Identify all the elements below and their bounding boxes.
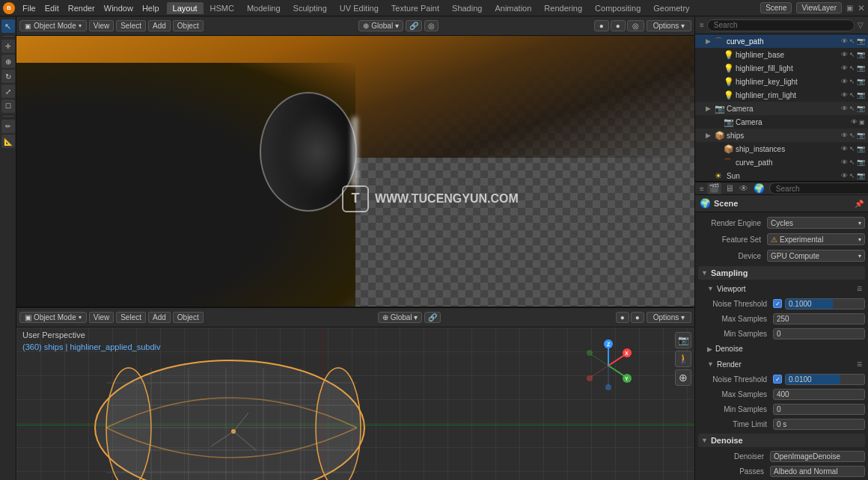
denoise-section-header[interactable]: ▼ Denoise — [698, 434, 865, 447]
tab-geometry[interactable]: Geometry — [647, 2, 695, 14]
bottom-view-menu[interactable]: View — [89, 312, 114, 323]
tree-item-fill-light[interactable]: 💡 highliner_fill_light 👁 ↖ 📷 — [695, 61, 868, 75]
vis-8[interactable]: 👁 — [841, 132, 848, 139]
tree-item-sun[interactable]: ☀ Sun 👁 ↖ 📷 — [695, 169, 868, 181]
proportional-edit[interactable]: ◎ — [424, 20, 438, 31]
move-tool[interactable]: ⊕ — [1, 55, 15, 68]
render-props-icon[interactable]: 🎬 — [707, 182, 721, 194]
tab-layout[interactable]: Layout — [167, 2, 204, 14]
sel-icon-2[interactable]: ↖ — [849, 51, 855, 58]
visibility-icon[interactable]: 👁 — [841, 37, 848, 45]
bottom-object-menu[interactable]: Object — [173, 312, 204, 323]
rnd-11[interactable]: 📷 — [857, 172, 865, 179]
vis-10[interactable]: 👁 — [841, 159, 848, 166]
max-samples-vp-value[interactable]: 250 — [773, 313, 865, 324]
close-icon[interactable]: ✕ — [858, 3, 865, 13]
bottom-shading-1[interactable]: ● — [616, 312, 629, 323]
vis-3[interactable]: 👁 — [841, 64, 848, 72]
tree-item-key-light[interactable]: 💡 highliner_key_light 👁 ↖ 📷 — [695, 75, 868, 88]
rnd-3[interactable]: 📷 — [857, 64, 865, 72]
sel-11[interactable]: ↖ — [849, 172, 855, 179]
device-dropdown[interactable]: GPU Compute ▾ — [767, 250, 865, 262]
annotate-tool[interactable]: ✏ — [1, 120, 15, 133]
zoom-in-btn[interactable]: ⊕ — [675, 369, 691, 386]
shading-solid[interactable]: ● — [611, 20, 626, 31]
pin-scene-icon[interactable]: 📌 — [855, 200, 864, 208]
tab-modeling[interactable]: Modeling — [241, 2, 287, 14]
tab-animation[interactable]: Animation — [489, 2, 537, 14]
rnd-9[interactable]: 📷 — [857, 145, 865, 153]
select-icon[interactable]: ↖ — [849, 37, 855, 45]
viewport-shading[interactable]: ● — [594, 20, 609, 31]
tab-rendering[interactable]: Rendering — [538, 2, 588, 14]
menu-file[interactable]: File — [18, 2, 40, 14]
tree-item-curve-in-ships[interactable]: ⌒ curve_path 👁 ↖ 📷 — [695, 156, 868, 169]
outliner-search[interactable] — [707, 19, 855, 31]
menu-window[interactable]: Window — [100, 2, 138, 14]
tree-item-camera-obj[interactable]: 📷 Camera 👁 ▣ — [695, 115, 868, 129]
view-layer-selector[interactable]: ViewLayer — [796, 2, 842, 13]
rotate-tool[interactable]: ↻ — [1, 70, 15, 83]
min-samples-vp-value[interactable]: 0 — [773, 328, 865, 339]
sel-4[interactable]: ↖ — [849, 78, 855, 85]
render-sub-list-btn[interactable]: ≡ — [857, 359, 862, 369]
rnd-8[interactable]: 📷 — [857, 132, 865, 139]
menu-render[interactable]: Render — [64, 2, 100, 14]
noise-thresh-checkbox[interactable]: ✓ — [773, 299, 782, 308]
vis-6[interactable]: 👁 — [841, 105, 848, 112]
viewport-sub-header[interactable]: ▼ Viewport ≡ — [704, 282, 865, 295]
vis-4[interactable]: 👁 — [841, 78, 848, 85]
sel-8[interactable]: ↖ — [849, 132, 855, 139]
viewport-gizmo[interactable]: Z X Y — [582, 339, 635, 392]
bottom-transform[interactable]: ⊕ Global ▾ — [378, 312, 422, 323]
viewport-mode-selector[interactable]: ▣ Object Mode ▾ — [19, 20, 87, 31]
tree-item-highliner-base[interactable]: 💡 highliner_base 👁 ↖ 📷 — [695, 48, 868, 61]
render-sub-header[interactable]: ▼ Render ≡ — [704, 357, 865, 371]
scene-props-icon[interactable]: 🌍 — [752, 182, 766, 194]
scene-selector[interactable]: Scene — [760, 2, 792, 13]
transform-tool[interactable]: ☐ — [1, 99, 15, 113]
tree-item-camera-collection[interactable]: ▶ 📷 Camera 👁 ↖ 📷 — [695, 102, 868, 115]
select-tool[interactable]: ↖ — [1, 19, 15, 33]
rnd-5[interactable]: 📷 — [857, 91, 865, 99]
render-engine-dropdown[interactable]: Cycles ▾ — [767, 217, 865, 229]
output-props-icon[interactable]: 🖥 — [724, 182, 736, 194]
sel-9[interactable]: ↖ — [849, 145, 855, 153]
noise-thresh-value[interactable]: 0.1000 — [785, 298, 865, 310]
render-icon-col[interactable]: 📷 — [857, 37, 865, 45]
measure-tool[interactable]: 📐 — [1, 135, 15, 148]
vis-icon-2[interactable]: 👁 — [841, 51, 848, 58]
sampling-section-header[interactable]: ▼ Sampling — [698, 266, 865, 280]
min-samples-rnd-value[interactable]: 0 — [773, 404, 865, 415]
sel-10[interactable]: ↖ — [849, 159, 855, 166]
vis-5[interactable]: 👁 — [841, 91, 848, 99]
bottom-mode-selector[interactable]: ▣ Object Mode ▾ — [19, 312, 87, 323]
tab-shading[interactable]: Shading — [446, 2, 488, 14]
props-search[interactable] — [769, 182, 868, 194]
time-limit-value[interactable]: 0 s — [773, 419, 865, 430]
walk-nav-btn[interactable]: 🚶 — [675, 351, 691, 367]
feature-set-dropdown[interactable]: ⚠ Experimental ▾ — [767, 233, 865, 245]
tab-sculpting[interactable]: Sculpting — [287, 2, 333, 14]
menu-edit[interactable]: Edit — [40, 2, 64, 14]
shading-rendered[interactable]: ◎ — [627, 20, 644, 31]
add-menu[interactable]: Add — [148, 20, 171, 31]
rnd-10[interactable]: 📷 — [857, 159, 865, 166]
transform-global[interactable]: ⊕ Global ▾ — [358, 20, 403, 31]
viewport-canvas-top[interactable]: T WWW.TUCENGYUN.COM — [16, 36, 694, 307]
outliner-filter-icon[interactable]: ▽ — [858, 21, 864, 29]
vis-7[interactable]: 👁 — [851, 118, 858, 126]
sel-5[interactable]: ↖ — [849, 91, 855, 99]
denoiser-value[interactable]: OpenImageDenoise — [770, 451, 865, 462]
vis-11[interactable]: 👁 — [841, 172, 848, 179]
menu-help[interactable]: Help — [138, 2, 164, 14]
sel-6[interactable]: ↖ — [849, 105, 855, 112]
viewport-sub-list-btn[interactable]: ≡ — [857, 283, 862, 294]
bottom-select-menu[interactable]: Select — [116, 312, 146, 323]
sel-3[interactable]: ↖ — [849, 64, 855, 72]
options-bottom[interactable]: Options ▾ — [647, 312, 691, 323]
bottom-snap[interactable]: 🔗 — [424, 312, 441, 323]
tab-hsmc[interactable]: HSMC — [204, 2, 240, 14]
blender-logo[interactable]: B — [3, 2, 15, 14]
options-top[interactable]: Options ▾ — [647, 20, 691, 31]
